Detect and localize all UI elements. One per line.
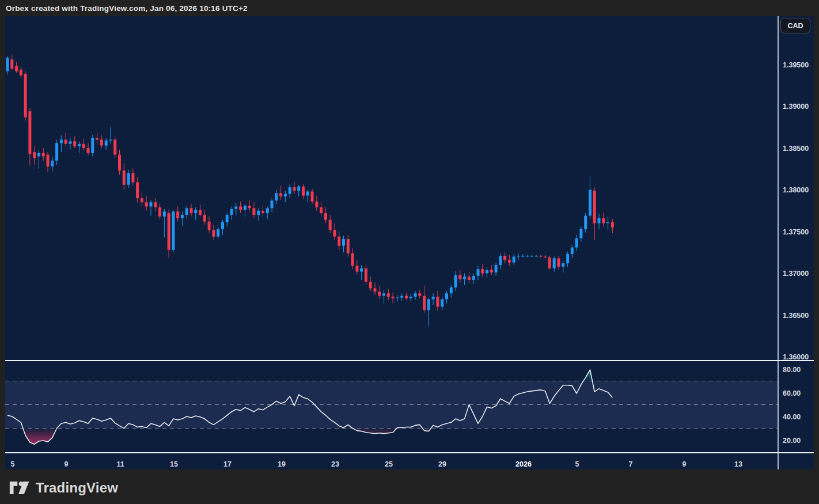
candle-body [190,208,193,213]
candle-body [257,211,260,215]
attribution-bar: Orbex created with TradingView.com, Jan … [0,0,819,16]
time-axis-label: 11 [116,460,124,468]
price-axis-label: 1.39000 [783,103,809,111]
candle-body [477,269,480,276]
candle-body [131,173,134,183]
candle-body [490,270,493,272]
candle-body [382,293,385,295]
candle-body [468,276,471,280]
currency-badge[interactable]: CAD [780,18,810,33]
candle-body [396,298,399,298]
candle-body [324,213,327,220]
candle-body [579,229,582,238]
candle-body [454,275,457,287]
candle-body [575,238,578,248]
price-axis-label: 1.38000 [783,186,809,194]
candle-body [392,297,395,298]
candle-body [275,193,278,200]
candle-body [113,140,116,155]
candle-body [606,222,609,223]
candle-body [405,296,408,298]
tradingview-logo-icon[interactable] [9,480,31,496]
candle-body [199,210,202,215]
candle-body [47,155,50,166]
candle-body [450,287,453,293]
candle-body [458,275,461,279]
chart-panel[interactable]: 1.395001.390001.385001.380001.375001.370… [5,16,814,469]
candle-body [42,153,45,157]
candle-body [217,229,219,237]
candle-body [234,207,237,209]
price-axis-label: 1.37500 [783,228,809,236]
candle-body [91,138,94,153]
candle-body [423,296,426,310]
candle-body [548,257,551,268]
candle-body [51,161,54,166]
candle-body [472,276,475,280]
time-axis-label: 23 [331,460,339,468]
candle-body [100,140,103,146]
candle-body [141,198,143,202]
candle-body [289,187,291,194]
candle-body [441,300,443,307]
time-axis-label: 9 [65,460,69,468]
candle-body [284,194,287,196]
candle-body [517,256,520,256]
candle-body [589,190,592,216]
candle-body [28,111,31,154]
candle-body [360,268,363,272]
candle-body [374,289,377,292]
candle-body [566,254,569,263]
candle-body [203,215,206,222]
time-axis-label: 7 [629,460,633,468]
candle-body [355,266,358,272]
time-axis-label: 2026 [515,460,532,468]
candle-body [593,191,596,223]
candle-body [65,140,67,144]
candle-body [535,256,538,256]
candle-body [302,187,305,196]
candle-body [503,256,506,260]
time-axis-label: 17 [223,460,232,468]
candle-body [78,144,81,146]
candlestick-chart[interactable]: 1.395001.390001.385001.380001.375001.370… [5,16,814,469]
time-axis-label: 5 [11,460,15,468]
candle-body [20,70,22,75]
candle-body [6,58,9,71]
candle-body [252,208,255,215]
rsi-axis-label: 60.00 [783,389,801,397]
candle-body [105,141,108,146]
candle-body [154,202,157,207]
candle-body [486,270,488,274]
time-axis-label: 25 [385,460,393,468]
candle-body [24,74,27,117]
candle-body [136,183,139,199]
time-axis-label: 13 [734,460,742,468]
rsi-axis-label: 40.00 [783,413,801,421]
candle-body [521,256,524,256]
candle-body [176,211,179,218]
candle-body [544,257,547,258]
candle-body [495,265,498,272]
candle-body [351,253,354,266]
candle-body [427,300,430,310]
candle-body [172,211,175,250]
candle-body [271,200,274,208]
candle-body [499,256,502,265]
candle-body [598,218,601,223]
chart-attribution-title: Orbex created with TradingView.com, Jan … [6,4,248,13]
candle-body [432,297,435,299]
candle-body [82,144,85,148]
candle-body [261,211,264,213]
tradingview-brand-text[interactable]: TradingView [36,480,118,496]
candle-body [562,263,564,267]
candle-body [333,230,336,237]
candle-body [123,170,126,185]
candle-body [530,256,533,256]
candle-body [418,293,421,295]
candle-body [539,256,542,256]
candle-body [10,59,13,69]
candle-body [369,282,372,289]
time-axis-label: 29 [438,460,446,468]
candle-body [463,276,466,279]
